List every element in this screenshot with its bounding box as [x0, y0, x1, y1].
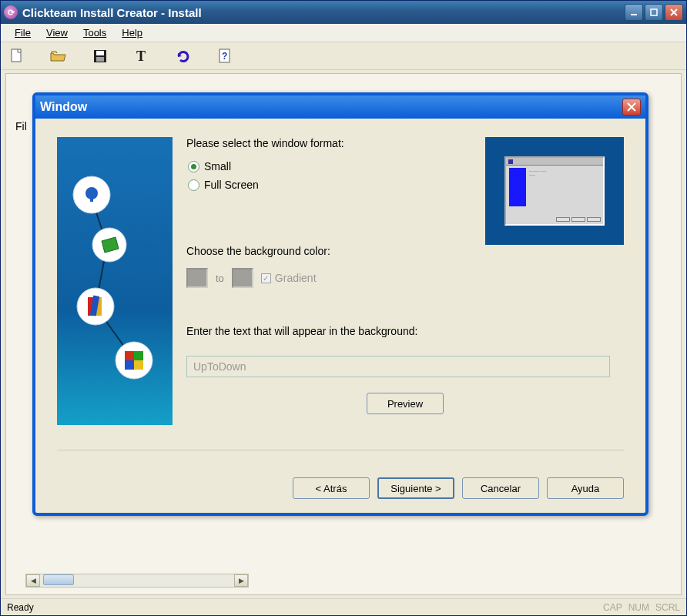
- color-to-label: to: [216, 273, 224, 284]
- window-dialog: Window: [32, 92, 648, 516]
- color-to-swatch[interactable]: [232, 268, 253, 288]
- svg-rect-2: [12, 49, 21, 62]
- help-icon[interactable]: ?: [216, 48, 233, 65]
- close-icon: [670, 8, 678, 16]
- tab-files[interactable]: Fil: [15, 120, 27, 132]
- wizard-graphic: [57, 137, 173, 425]
- main-titlebar[interactable]: ⟳ Clickteam Install Creator - Install: [1, 1, 686, 24]
- dialog-title: Window: [40, 100, 87, 114]
- save-icon[interactable]: [92, 48, 109, 65]
- status-text: Ready: [7, 602, 34, 613]
- horizontal-scrollbar[interactable]: ◀ ▶: [25, 574, 249, 588]
- gradient-checkbox[interactable]: ✓ Gradient: [261, 272, 317, 284]
- svg-point-13: [85, 187, 98, 199]
- menu-tools[interactable]: Tools: [75, 25, 114, 41]
- status-bar: Ready CAP NUM SCRL: [1, 598, 686, 615]
- open-icon[interactable]: [50, 48, 67, 65]
- svg-rect-4: [96, 51, 104, 55]
- radio-icon: [188, 161, 199, 172]
- dialog-titlebar[interactable]: Window: [35, 95, 645, 119]
- dialog-divider: [57, 450, 624, 450]
- radio-fullscreen-label: Full Screen: [204, 179, 259, 191]
- gradient-label: Gradient: [275, 272, 317, 284]
- color-from-swatch[interactable]: [186, 268, 208, 288]
- svg-rect-0: [631, 14, 637, 15]
- refresh-icon[interactable]: [175, 48, 192, 65]
- radio-small-label: Small: [204, 160, 231, 172]
- maximize-button[interactable]: [645, 4, 663, 21]
- minimize-icon: [630, 8, 638, 16]
- close-button[interactable]: [665, 4, 683, 21]
- menu-bar: File View Tools Help: [1, 24, 686, 42]
- svg-text:T: T: [136, 49, 146, 63]
- svg-rect-22: [134, 351, 143, 360]
- status-num: NUM: [628, 602, 649, 613]
- bgcolor-label: Choose the background color:: [186, 245, 624, 257]
- preview-button[interactable]: Preview: [367, 393, 444, 414]
- svg-rect-23: [125, 360, 134, 370]
- svg-rect-5: [96, 57, 104, 62]
- bgtext-label: Enter the text that will appear in the b…: [186, 325, 624, 337]
- radio-small[interactable]: Small: [188, 160, 476, 172]
- svg-text:?: ?: [222, 51, 227, 62]
- checkbox-icon: ✓: [261, 273, 271, 283]
- text-icon[interactable]: T: [133, 48, 150, 65]
- back-button[interactable]: < Atrás: [293, 477, 370, 499]
- status-cap: CAP: [603, 602, 622, 613]
- wizard-sidebar: [57, 137, 173, 425]
- new-icon[interactable]: [8, 48, 25, 65]
- close-icon: [627, 102, 636, 112]
- svg-rect-14: [90, 199, 93, 202]
- next-button[interactable]: Siguiente >: [377, 477, 454, 499]
- minimize-button[interactable]: [625, 4, 643, 21]
- menu-view[interactable]: View: [39, 25, 75, 41]
- dialog-nav-buttons: < Atrás Siguiente > Cancelar Ayuda: [293, 477, 624, 499]
- help-button[interactable]: Ayuda: [547, 477, 624, 499]
- svg-rect-21: [125, 351, 134, 360]
- svg-rect-1: [651, 9, 657, 15]
- toolbar: T ?: [1, 42, 686, 70]
- dialog-close-button[interactable]: [622, 99, 641, 116]
- preview-thumbnail: — —— ————: [485, 137, 624, 245]
- scroll-track[interactable]: [40, 574, 234, 587]
- maximize-icon: [650, 8, 658, 16]
- status-scrl: SCRL: [655, 602, 680, 613]
- app-icon: ⟳: [4, 5, 18, 19]
- svg-rect-24: [134, 360, 143, 370]
- scroll-right-button[interactable]: ▶: [234, 574, 248, 587]
- menu-file[interactable]: File: [7, 25, 39, 41]
- menu-help[interactable]: Help: [114, 25, 150, 41]
- scroll-thumb[interactable]: [43, 574, 74, 585]
- cancel-button[interactable]: Cancelar: [462, 477, 539, 499]
- dialog-body: — —— ———— Please select the window forma…: [35, 119, 645, 513]
- app-title: Clickteam Install Creator - Install: [22, 6, 202, 19]
- radio-fullscreen[interactable]: Full Screen: [188, 179, 476, 191]
- bgtext-input[interactable]: [186, 356, 610, 377]
- radio-icon: [188, 179, 199, 191]
- scroll-left-button[interactable]: ◀: [26, 574, 40, 587]
- format-label: Please select the window format:: [186, 137, 476, 149]
